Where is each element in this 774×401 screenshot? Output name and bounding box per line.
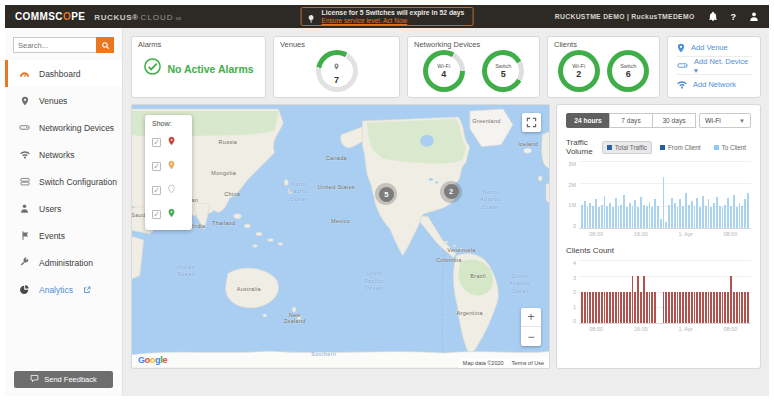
map-zoom-control: + − xyxy=(521,308,541,346)
zoom-out-button[interactable]: − xyxy=(521,327,541,346)
clients-card: Clients Wi-Fi2Switch6 xyxy=(547,36,660,98)
donut-value: 6 xyxy=(626,69,631,79)
pin-filter-checkbox[interactable]: ✓ xyxy=(152,186,161,195)
pin-filter-row: ✓ xyxy=(152,157,185,175)
user-icon xyxy=(18,203,31,214)
analytics-panel: 24 hours7 days30 days Wi-Fi ▼ Traffic Vo… xyxy=(556,104,761,369)
map-pin-icon xyxy=(167,205,176,223)
tab-7-days[interactable]: 7 days xyxy=(609,113,653,128)
sidebar-item-users[interactable]: Users xyxy=(5,195,122,222)
tab-30-days[interactable]: 30 days xyxy=(652,113,696,128)
action-add-network[interactable]: Add Network xyxy=(676,75,752,93)
venues-card: Venues 7 xyxy=(273,36,400,98)
pie-icon xyxy=(18,284,31,295)
traffic-volume-title: Traffic Volume xyxy=(566,138,597,156)
cloud-wordmark: CLOUD xyxy=(141,13,174,22)
donut-wi-fi: Wi-Fi4 xyxy=(423,50,465,92)
legend-chip-to-client[interactable]: To Client xyxy=(709,141,752,154)
user-profile-icon[interactable] xyxy=(749,11,759,22)
sidebar-item-networks[interactable]: Networks xyxy=(5,141,122,168)
map-cluster-marker[interactable]: 2 xyxy=(440,181,462,203)
help-icon[interactable]: ? xyxy=(731,12,737,22)
legend-swatch xyxy=(607,145,612,150)
sidebar-item-administration[interactable]: Administration xyxy=(5,249,122,276)
map-attribution: Map data ©2020 Terms of Use xyxy=(458,358,549,368)
donut-value: 5 xyxy=(501,69,506,79)
app-window: COMMSCOPE RUCKUS® CLOUD us License for 5… xyxy=(5,5,769,396)
action-add-venue[interactable]: Add Venue xyxy=(676,39,752,57)
pin-icon xyxy=(676,42,686,54)
legend-swatch xyxy=(714,145,719,150)
sidebar-item-label: Switch Configuration xyxy=(39,177,117,187)
sidebar-item-label: Analytics xyxy=(39,285,73,295)
license-act-now-link[interactable]: Ensure service level. Act Now xyxy=(322,17,465,25)
notifications-bell-icon[interactable] xyxy=(708,11,718,22)
donut-wi-fi: Wi-Fi2 xyxy=(558,50,600,92)
alarms-card-title: Alarms xyxy=(138,40,259,49)
pin-filter-row: ✓ xyxy=(152,181,185,199)
clients-count-title: Clients Count xyxy=(566,246,751,255)
send-feedback-button[interactable]: Send Feedback xyxy=(14,371,113,388)
donut-value: 2 xyxy=(576,69,581,79)
donut-value: 4 xyxy=(441,69,446,79)
legend-label: To Client xyxy=(722,144,747,151)
legend-chip-from-client[interactable]: From Client xyxy=(655,141,706,154)
main-content: Alarms No Active Alarms Venues 7 xyxy=(123,28,769,396)
cloud-region-label: us xyxy=(176,15,181,21)
pin-filter-checkbox[interactable]: ✓ xyxy=(152,138,161,147)
action-label: Add Venue xyxy=(691,43,728,52)
sidebar-item-events[interactable]: Events xyxy=(5,222,122,249)
zoom-in-button[interactable]: + xyxy=(521,308,541,327)
map-fullscreen-button[interactable] xyxy=(522,113,541,132)
ruckus-wordmark: RUCKUS® xyxy=(94,13,138,22)
action-add-net-device-[interactable]: Add Net. Device ▾ xyxy=(676,57,752,75)
show-label: Show: xyxy=(152,120,185,127)
device-type-value: Wi-Fi xyxy=(705,117,721,124)
action-label: Add Network xyxy=(693,80,736,89)
sidebar-item-label: Dashboard xyxy=(39,69,81,79)
fullscreen-icon xyxy=(526,114,537,132)
cluster-count: 5 xyxy=(384,190,388,199)
alarms-card: Alarms No Active Alarms xyxy=(131,36,266,98)
chevron-down-icon: ▼ xyxy=(739,118,745,124)
pin-filter-checkbox[interactable]: ✓ xyxy=(152,162,161,171)
tab-24-hours[interactable]: 24 hours xyxy=(566,113,610,128)
legend-label: Total Traffic xyxy=(615,144,647,151)
legend-chip-total-traffic[interactable]: Total Traffic xyxy=(602,141,652,154)
donut-switch: Switch6 xyxy=(607,50,649,92)
sidebar-item-label: Networking Devices xyxy=(39,123,114,133)
pin-filter-row: ✓ xyxy=(152,205,185,223)
google-logo[interactable]: Google xyxy=(138,355,167,365)
switch-icon xyxy=(18,176,31,187)
cluster-count: 2 xyxy=(449,187,453,196)
networking-devices-donuts: Wi-Fi4Switch5 xyxy=(414,50,533,92)
chart-bars xyxy=(579,260,751,323)
sidebar-item-venues[interactable]: Venues xyxy=(5,87,122,114)
sidebar-item-networking-devices[interactable]: Networking Devices xyxy=(5,114,122,141)
pin-filter-checkbox[interactable]: ✓ xyxy=(152,210,161,219)
ap-icon xyxy=(676,60,689,71)
terms-of-use-link[interactable]: Terms of Use xyxy=(512,360,544,366)
license-warning-banner: License for 5 Switches will expire in 52… xyxy=(301,7,474,26)
sidebar-item-switch-configuration[interactable]: Switch Configuration xyxy=(5,168,122,195)
world-map[interactable]: RussiaMongoliaChinaAfghanistanPakistanIn… xyxy=(131,104,550,369)
time-range-tabs: 24 hours7 days30 days Wi-Fi ▼ xyxy=(566,113,751,128)
device-type-dropdown[interactable]: Wi-Fi ▼ xyxy=(699,113,751,128)
legend-label: From Client xyxy=(668,144,701,151)
map-cluster-marker[interactable]: 5 xyxy=(375,183,397,205)
sidebar-item-label: Events xyxy=(39,231,65,241)
pin-filter-row: ✓ xyxy=(152,133,185,151)
sidebar-nav: DashboardVenuesNetworking DevicesNetwork… xyxy=(5,60,122,303)
sidebar-item-label: Users xyxy=(39,204,61,214)
bulb-icon xyxy=(307,11,316,29)
wifi-icon xyxy=(18,149,31,160)
map-pin-icon xyxy=(167,133,176,151)
account-name[interactable]: RUCKUSTME DEMO | RuckusTMEDEMO xyxy=(555,13,695,20)
search-button[interactable] xyxy=(96,37,114,53)
search-input[interactable] xyxy=(13,37,96,53)
sidebar-item-dashboard[interactable]: Dashboard xyxy=(5,60,122,87)
sidebar-item-analytics[interactable]: Analytics xyxy=(5,276,122,303)
sidebar-item-label: Venues xyxy=(39,96,67,106)
kpi-cards-row: Alarms No Active Alarms Venues 7 xyxy=(131,36,761,98)
map-data-credit: Map data ©2020 xyxy=(463,360,504,366)
